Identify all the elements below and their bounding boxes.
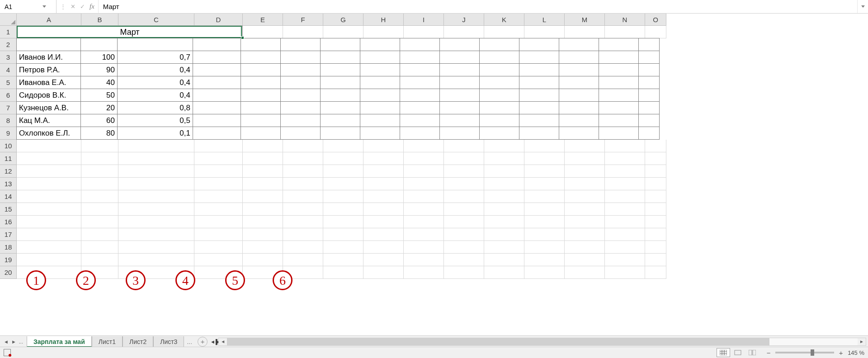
cell[interactable]: [559, 89, 599, 102]
cell[interactable]: [400, 114, 440, 127]
column-header[interactable]: C: [118, 14, 194, 26]
cell[interactable]: [320, 76, 360, 89]
cell[interactable]: [81, 178, 118, 190]
cell[interactable]: [519, 114, 559, 127]
cell[interactable]: [323, 140, 363, 152]
cell[interactable]: [400, 76, 440, 89]
cell[interactable]: [283, 216, 323, 228]
cell[interactable]: [524, 190, 565, 203]
normal-view-button[interactable]: [717, 348, 730, 357]
cell[interactable]: [484, 241, 524, 254]
cell[interactable]: [484, 266, 524, 279]
cell[interactable]: [439, 114, 480, 127]
cell[interactable]: [243, 241, 283, 254]
cell[interactable]: [243, 228, 283, 241]
cell[interactable]: [479, 114, 519, 127]
sheet-tab[interactable]: Лист1: [92, 336, 123, 347]
column-header[interactable]: E: [243, 14, 283, 26]
cell[interactable]: [599, 101, 639, 114]
cell[interactable]: [323, 228, 363, 241]
cell[interactable]: [484, 228, 524, 241]
cell[interactable]: [194, 254, 243, 266]
sheet-tab[interactable]: Лист3: [153, 336, 184, 347]
cell[interactable]: [524, 266, 565, 279]
cell[interactable]: 0,7: [117, 51, 193, 64]
cell[interactable]: [363, 254, 404, 266]
tab-overflow-icon[interactable]: ...: [184, 338, 195, 345]
cell[interactable]: [363, 228, 404, 241]
cell[interactable]: [81, 165, 118, 178]
cell[interactable]: [524, 228, 565, 241]
cell[interactable]: [484, 140, 524, 152]
cell[interactable]: [118, 241, 194, 254]
cell[interactable]: [479, 38, 519, 51]
cell[interactable]: [605, 228, 645, 241]
tab-nav-next-icon[interactable]: ►: [10, 339, 17, 344]
cell[interactable]: [118, 228, 194, 241]
column-header[interactable]: N: [605, 14, 645, 26]
cell[interactable]: [565, 241, 605, 254]
row-header[interactable]: 15: [0, 203, 17, 216]
cell[interactable]: 0,8: [117, 101, 193, 114]
cell[interactable]: 0,4: [117, 89, 193, 102]
cell[interactable]: [193, 101, 241, 114]
cell[interactable]: [484, 216, 524, 228]
cell[interactable]: [605, 266, 645, 279]
cell[interactable]: [638, 38, 660, 51]
select-all-corner[interactable]: [0, 14, 17, 26]
cell[interactable]: [360, 63, 400, 76]
cell[interactable]: [524, 152, 565, 165]
cell[interactable]: [599, 63, 639, 76]
cell[interactable]: [524, 165, 565, 178]
cell[interactable]: [118, 216, 194, 228]
cell[interactable]: 60: [80, 114, 118, 127]
cell[interactable]: [280, 127, 321, 140]
cell[interactable]: [519, 38, 559, 51]
cell[interactable]: [484, 254, 524, 266]
cell[interactable]: [283, 241, 323, 254]
cell[interactable]: 0,1: [117, 127, 193, 140]
confirm-icon[interactable]: ✓: [80, 3, 85, 10]
cell[interactable]: [241, 114, 281, 127]
cell[interactable]: [320, 89, 360, 102]
zoom-level[interactable]: 145 %: [848, 349, 864, 356]
cell[interactable]: [17, 254, 81, 266]
cell[interactable]: [565, 140, 605, 152]
tab-nav-more-icon[interactable]: ...: [18, 339, 24, 344]
cell[interactable]: [439, 127, 480, 140]
cell[interactable]: 20: [80, 101, 118, 114]
cell[interactable]: [439, 38, 480, 51]
cell[interactable]: [605, 165, 645, 178]
cell[interactable]: [241, 76, 281, 89]
cell[interactable]: [524, 254, 565, 266]
cell[interactable]: Кац М.А.: [16, 114, 81, 127]
cell[interactable]: [439, 101, 480, 114]
cell[interactable]: [400, 38, 440, 51]
cell[interactable]: [323, 152, 363, 165]
cell[interactable]: [283, 203, 323, 216]
cell[interactable]: [645, 216, 666, 228]
cell[interactable]: [17, 165, 81, 178]
cell[interactable]: Кузнецов А.В.: [16, 101, 81, 114]
cell[interactable]: [323, 26, 363, 38]
cell[interactable]: 80: [80, 127, 118, 140]
cell[interactable]: [320, 51, 360, 64]
cell[interactable]: [605, 254, 645, 266]
cell[interactable]: [81, 241, 118, 254]
formula-input[interactable]: [99, 3, 857, 10]
cell[interactable]: [599, 127, 639, 140]
cell[interactable]: [479, 101, 519, 114]
cell[interactable]: [519, 51, 559, 64]
cell[interactable]: [323, 241, 363, 254]
row-header[interactable]: 3: [0, 51, 17, 64]
cell[interactable]: Иванов И.И.: [16, 51, 81, 64]
cell[interactable]: [360, 51, 400, 64]
cell[interactable]: [638, 76, 660, 89]
cell[interactable]: [280, 101, 321, 114]
tab-split-handle[interactable]: ◄▐►: [210, 339, 217, 344]
cell[interactable]: [565, 228, 605, 241]
cell[interactable]: [645, 228, 666, 241]
cell[interactable]: [323, 165, 363, 178]
cell[interactable]: [360, 114, 400, 127]
row-header[interactable]: 10: [0, 140, 17, 152]
